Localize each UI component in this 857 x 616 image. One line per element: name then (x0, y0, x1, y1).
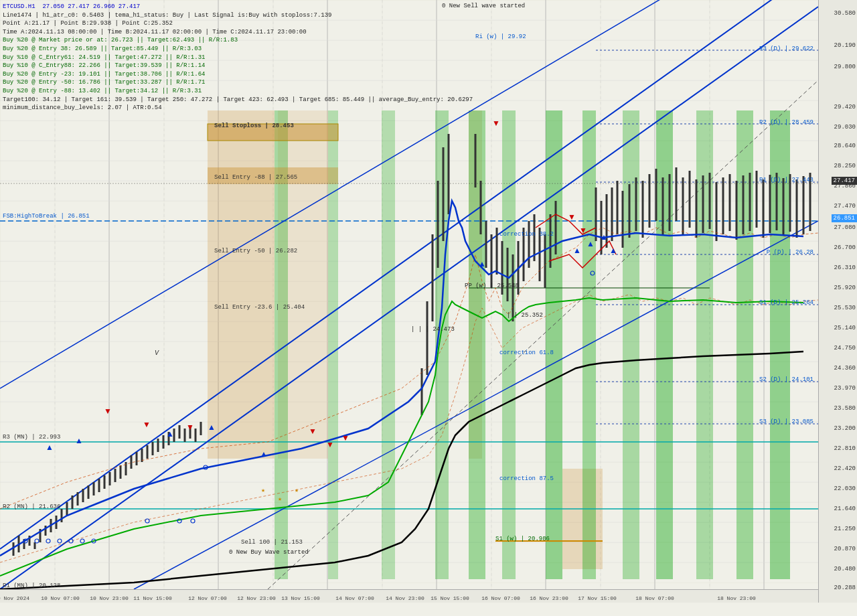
svg-text:▼: ▼ (309, 427, 317, 436)
svg-text:▲: ▲ (260, 449, 268, 459)
svg-text:▼: ▼ (579, 226, 587, 235)
fsb-label: FSB:HighToBreak | 26.851 (3, 213, 90, 220)
price-28640: 28.640 (834, 143, 856, 149)
svg-text:▼: ▼ (492, 119, 500, 128)
targets-line: Target100: 34.12 | Target 161: 39.539 | … (3, 96, 473, 104)
price-25530: 25.530 (834, 305, 856, 311)
r2-mn-label: R2 (MN) | 21.636 (3, 504, 60, 510)
svg-text:▼: ▼ (326, 440, 334, 449)
price-26700: 26.700 (834, 244, 856, 251)
time-6: 12 Nov 23:00 (237, 595, 276, 601)
sell-100-label: Sell 100 | 21.153 (241, 539, 303, 546)
svg-text:▼: ▼ (143, 420, 151, 429)
correction-61-label: correction 61.8 (499, 350, 554, 356)
s1-w-label: S1 (w) | 20.986 (495, 536, 550, 542)
s1-d-label: S1 (D) | 25.264 (759, 299, 813, 306)
svg-rect-44 (208, 110, 275, 459)
min-dist-line: minimum_distance_buy_levels: 2.07 | ATR:… (3, 104, 473, 112)
ri-w-label: Ri (w) | 29.92 (475, 33, 526, 40)
time-2: 10 Nov 07:00 (41, 595, 80, 601)
svg-text:▲: ▲ (609, 246, 617, 255)
buy-line-1: Buy %20 @ Entry 38: 26.589 || Target:85.… (3, 45, 473, 54)
price-21640: 21.640 (834, 506, 856, 512)
time-3: 10 Nov 23:00 (90, 595, 129, 601)
price-20288: 20.288 (834, 585, 856, 591)
symbol-line: ETCUSD.H1 27.050 27.417 26.960 27.417 (3, 3, 473, 11)
sell-entry-50-label: Sell Entry -50 | 26.282 (214, 248, 297, 254)
svg-text:▲: ▲ (75, 436, 83, 445)
sell-stoploss-label: Sell Stoploss | 28.453 (214, 123, 294, 129)
time-9: 14 Nov 23:00 (386, 595, 424, 601)
price-fsb-scale: 26.851 (832, 214, 857, 222)
price-20870: 20.870 (834, 546, 856, 552)
svg-text:▼: ▼ (104, 406, 112, 416)
svg-text:V: V (155, 350, 159, 357)
buy-line-4: Buy %20 @ Entry -23: 19.101 || Target:38… (3, 70, 473, 79)
price-26310: 26.310 (834, 264, 856, 271)
price-29800: 29.800 (834, 64, 856, 70)
price-25920: 25.920 (834, 285, 856, 291)
buy-line-2: Buy %10 @ C_Entry61: 24.519 || Target:47… (3, 54, 473, 62)
r1-mn-label: R1 (MN) | 20.128 (3, 583, 60, 589)
price-22420: 22.420 (834, 465, 856, 472)
svg-text:★: ★ (295, 487, 299, 494)
sell-entry-88-label: Sell Entry -88 | 27.565 (214, 174, 297, 181)
pp-w-label: PP (w) | 25.548 (465, 283, 519, 289)
price-scale: 30.580 20.190 29.800 29.420 29.030 28.64… (818, 0, 857, 603)
time-1: 9 Nov 2024 (0, 595, 29, 601)
svg-text:▼: ▼ (568, 212, 576, 222)
svg-text:▲: ▲ (208, 422, 216, 432)
time-4: 11 Nov 15:00 (133, 595, 172, 601)
time-11: 16 Nov 07:00 (481, 595, 520, 601)
svg-text:▲: ▲ (600, 232, 608, 242)
correction-38-label: correction 38.2 (499, 231, 554, 238)
svg-text:▲: ▲ (166, 429, 174, 439)
svg-text:▼: ▼ (186, 422, 194, 432)
time-7: 13 Nov 15:00 (281, 595, 320, 601)
price-21250: 21.250 (834, 526, 856, 532)
time-axis: 9 Nov 2024 10 Nov 07:00 10 Nov 23:00 11 … (0, 589, 818, 603)
svg-text:▲: ▲ (587, 239, 595, 248)
r2-d-label: R2 (D) | 28.459 (759, 119, 813, 126)
buy-line-6: Buy %20 @ Entry -88: 13.402 || Target:34… (3, 87, 473, 96)
price-current: 27.417 (832, 177, 857, 185)
new-buy-wave-label: 0 New Buy Wave started (229, 549, 309, 556)
svg-text:▲: ▲ (478, 259, 486, 268)
price-28250: 28.250 (834, 163, 856, 169)
svg-text:★: ★ (261, 487, 265, 494)
price-23200: 23.200 (834, 425, 856, 432)
price-23970: 23.970 (834, 385, 856, 392)
buy-line-0: Buy %20 @ Market price or at: 26.723 || … (3, 36, 473, 45)
s1-252-label: | | | 24.473 (411, 326, 455, 333)
price-20190: 20.190 (834, 42, 856, 49)
time-15: 18 Nov 23:00 (717, 595, 756, 601)
price-22030: 22.030 (834, 485, 856, 492)
svg-text:★: ★ (278, 495, 282, 503)
r3-mn-label: R3 (MN) | 22.993 (3, 434, 60, 441)
r1-d-label: R1 (D) | 27.443 (759, 177, 813, 183)
svg-text:▲: ▲ (46, 443, 54, 452)
info-panel: ETCUSD.H1 27.050 27.417 26.960 27.417 Li… (3, 3, 473, 112)
s3-d-label: S3 (D) | 23.085 (759, 418, 813, 425)
time-12: 16 Nov 23:00 (530, 595, 568, 601)
price-27470: 27.470 (834, 203, 856, 210)
price-29030: 29.030 (834, 124, 856, 131)
svg-text:▲: ▲ (573, 246, 581, 255)
price-23580: 23.580 (834, 405, 856, 412)
p-d-label: P (D) | 26.28 (767, 249, 813, 256)
info-line1: Line1474 | h1_atr_c0: 0.5403 | tema_h1_s… (3, 11, 473, 20)
price-20480: 20.480 (834, 566, 856, 572)
time-10: 15 Nov 15:00 (431, 595, 469, 601)
price-29420: 29.420 (834, 104, 856, 110)
time-8: 14 Nov 07:00 (335, 595, 374, 601)
info-line3: Time A:2024.11.13 08:00:00 | Time B:2024… (3, 28, 473, 37)
time-13: 17 Nov 15:00 (578, 595, 617, 601)
sell-entry-23-label: Sell Entry -23.6 | 25.404 (214, 304, 305, 311)
chart-container: WIZZ TRADE ETCUSD.H1 27.050 27.417 26.96… (0, 0, 857, 616)
time-14: 18 Nov 07:00 (635, 595, 674, 601)
price-27080: 27.080 (834, 224, 856, 231)
s1-252-b-label: | | 25.352 (507, 312, 543, 319)
price-30580: 30.580 (834, 10, 856, 17)
price-24750: 24.750 (834, 345, 856, 352)
info-line2: Point A:21.17 | Point B:29.938 | Point C… (3, 19, 473, 28)
